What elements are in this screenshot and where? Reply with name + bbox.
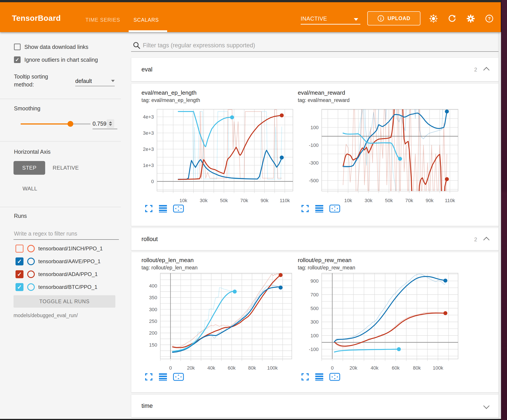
upload-button[interactable]: UPLOAD	[367, 11, 420, 25]
search-icon	[133, 41, 140, 49]
chart-tag: tag: eval/mean_ep_length	[141, 97, 200, 103]
chart-toolbar	[301, 373, 340, 381]
tab-scalars[interactable]: SCALARS	[134, 15, 159, 24]
tooltip-sorting-dropdown[interactable]: default	[75, 76, 115, 86]
window-bottom-strip	[0, 419, 501, 420]
svg-text:10k: 10k	[179, 198, 187, 202]
axis-relative-button[interactable]: RELATIVE	[49, 161, 82, 175]
app-header: TensorBoard TIME SERIES SCALARS INACTIVE…	[0, 2, 501, 32]
smoothing-label: Smoothing	[14, 105, 41, 112]
section-title: rollout	[141, 236, 158, 243]
chart-canvas-eval-mean-ep-length[interactable]: 10k30k50k70k90k110k01e+32e+33e+34e+3	[141, 107, 310, 202]
window-top-strip	[0, 0, 501, 2]
run-checkbox[interactable]: ✓	[15, 257, 23, 265]
pan-zoom-icon[interactable]	[173, 373, 184, 381]
filter-tags-underline	[131, 51, 499, 52]
chart-canvas-rollout-ep-len-mean[interactable]: 020k40k60k80k100k150200250300350400	[141, 270, 310, 371]
svg-text:110k: 110k	[445, 198, 455, 202]
pan-zoom-icon[interactable]	[329, 204, 340, 213]
svg-text:0: 0	[331, 365, 334, 371]
chevron-down-icon[interactable]	[354, 18, 358, 21]
fullscreen-icon[interactable]	[301, 373, 309, 381]
help-icon[interactable]: ?	[485, 14, 493, 23]
chart-canvas-rollout-ep-rew-mean[interactable]: 020k40k60k80k100k-100100300500700900	[298, 270, 466, 371]
svg-text:4e+3: 4e+3	[143, 114, 154, 120]
status-dropdown[interactable]: INACTIVE	[301, 15, 327, 22]
chart-title: rollout/ep_rew_mean	[298, 257, 352, 264]
pan-zoom-icon[interactable]	[173, 204, 184, 213]
run-label: tensorboard/ADA/PPO_1	[38, 271, 98, 277]
section-chart-count: 2	[474, 67, 477, 73]
fullscreen-icon[interactable]	[145, 373, 153, 381]
run-row: ✓ tensorboard/1INCH/PPO_1	[14, 244, 120, 254]
expand-section-icon[interactable]	[483, 403, 490, 409]
section-header-time[interactable]: time	[131, 395, 499, 417]
run-label: tensorboard/AAVE/PPO_1	[38, 258, 100, 264]
tensorboard-window: TensorBoard TIME SERIES SCALARS INACTIVE…	[0, 0, 507, 420]
run-color-circle[interactable]	[27, 258, 35, 265]
divider	[0, 207, 121, 207]
chart-canvas-eval-mean-reward[interactable]: 10k30k50k70k90k110k100-100-300-500	[298, 107, 466, 202]
show-download-links-label: Show data download links	[24, 44, 88, 50]
svg-text:-500: -500	[309, 178, 319, 183]
svg-text:150: 150	[149, 342, 157, 348]
runs-filter-input[interactable]	[14, 228, 119, 240]
brightness-icon[interactable]	[429, 14, 438, 23]
data-table-icon[interactable]	[315, 204, 324, 213]
fullscreen-icon[interactable]	[145, 204, 153, 213]
settings-gear-icon[interactable]	[466, 14, 475, 23]
svg-text:300: 300	[149, 307, 157, 312]
axis-wall-button[interactable]: WALL	[18, 182, 42, 195]
svg-text:700: 700	[310, 292, 319, 297]
run-checkbox[interactable]: ✓	[15, 283, 23, 291]
svg-text:?: ?	[488, 16, 491, 21]
show-download-links-checkbox[interactable]: ✓	[14, 44, 21, 50]
data-table-icon[interactable]	[159, 373, 167, 381]
run-checkbox[interactable]: ✓	[15, 270, 23, 278]
ignore-outliers-label: Ignore outliers in chart scaling	[24, 57, 98, 63]
run-row: ✓ tensorboard/AAVE/PPO_1	[14, 256, 120, 266]
svg-text:20k: 20k	[350, 365, 358, 371]
chart-toolbar	[301, 204, 340, 213]
run-row: ✓ tensorboard/BTC/PPO_1	[14, 282, 120, 292]
svg-text:10k: 10k	[344, 198, 352, 202]
upload-button-label: UPLOAD	[387, 15, 410, 21]
axis-step-button[interactable]: STEP	[14, 161, 45, 175]
ignore-outliers-row: ✓ Ignore outliers in chart scaling	[14, 56, 98, 63]
svg-text:80k: 80k	[413, 365, 421, 371]
toggle-all-runs-button[interactable]: TOGGLE ALL RUNS	[14, 295, 115, 308]
svg-text:80k: 80k	[248, 365, 256, 371]
run-checkbox[interactable]: ✓	[15, 245, 23, 253]
data-table-icon[interactable]	[159, 204, 167, 213]
refresh-icon[interactable]	[448, 14, 456, 23]
smoothing-slider-handle[interactable]	[68, 121, 73, 127]
divider	[0, 141, 121, 142]
status-dropdown-underline	[301, 24, 360, 25]
chart-tag: tag: eval/mean_reward	[298, 97, 350, 103]
stepper-up-icon[interactable]	[109, 121, 112, 123]
chart-toolbar	[145, 204, 184, 213]
fullscreen-icon[interactable]	[301, 204, 309, 213]
data-table-icon[interactable]	[315, 373, 324, 381]
filter-tags-input[interactable]	[142, 40, 489, 50]
collapse-section-icon[interactable]	[483, 237, 490, 243]
run-color-circle[interactable]	[27, 270, 35, 278]
svg-text:50k: 50k	[385, 198, 393, 202]
run-color-circle[interactable]	[27, 245, 35, 252]
pan-zoom-icon[interactable]	[329, 373, 340, 381]
svg-text:100k: 100k	[267, 365, 278, 371]
run-color-circle[interactable]	[27, 283, 35, 291]
svg-text:70k: 70k	[405, 198, 413, 202]
section-header-eval[interactable]: eval 2	[131, 57, 499, 81]
ignore-outliers-checkbox[interactable]: ✓	[14, 56, 21, 63]
svg-text:200: 200	[149, 330, 157, 336]
section-header-rollout[interactable]: rollout 2	[131, 228, 499, 250]
stepper-down-icon[interactable]	[109, 124, 112, 126]
smoothing-value-input[interactable]	[92, 121, 107, 127]
smoothing-value-stepper[interactable]	[107, 119, 114, 128]
run-row: ✓ tensorboard/ADA/PPO_1	[14, 269, 120, 279]
collapse-section-icon[interactable]	[483, 67, 490, 73]
tab-time-series[interactable]: TIME SERIES	[85, 15, 120, 24]
divider	[0, 99, 121, 99]
svg-text:-100: -100	[309, 142, 319, 148]
